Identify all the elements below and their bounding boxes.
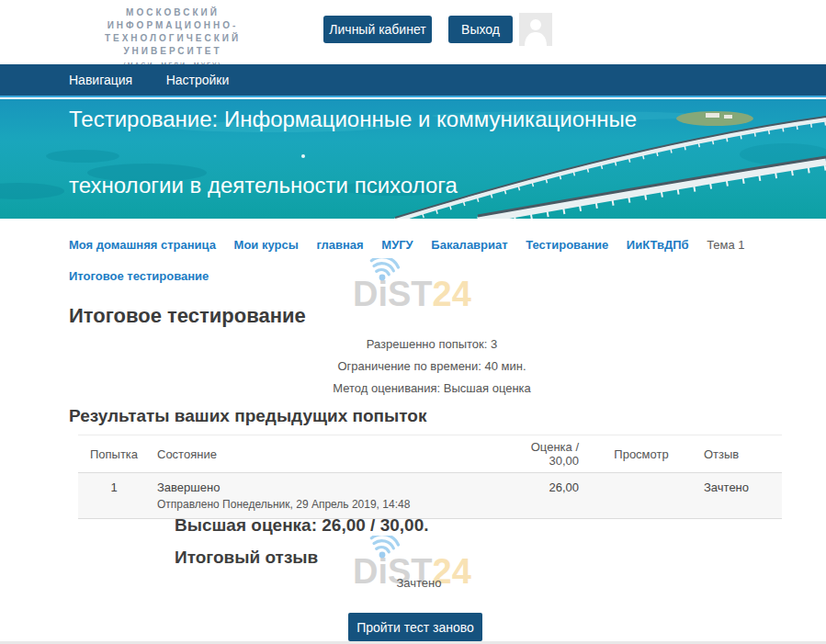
table-header-row: Попытка Состояние Оценка / 30,00 Просмот… [78,435,782,473]
quiz-info: Разрешенно попыток: 3 Ограничение по вре… [69,336,795,402]
breadcrumb-item-testing[interactable]: Тестирование [526,230,608,261]
attempt-review-cell [586,473,696,519]
results-heading: Результаты ваших предыдущих попыток [69,406,426,426]
nav-item-settings[interactable]: Настройки [166,64,230,96]
best-grade: Высшая оценка: 26,00 / 30,00. [175,515,429,536]
attempt-grade-cell: 26,00 [510,473,586,519]
attempt-state-cell: Завершено Отправлено Понедельник, 29 Апр… [150,473,510,519]
course-banner: Тестирование: Информационные и коммуника… [0,99,826,219]
quiz-grading-method: Метод оценивания: Высшая оценка [69,380,795,402]
col-header-grade: Оценка / 30,00 [510,435,586,473]
breadcrumb-item-mugu[interactable]: МУГУ [381,230,413,261]
logo-line: МОСКОВСКИЙ [57,6,289,19]
breadcrumb-item-my-courses[interactable]: Мои курсы [234,230,299,261]
quiz-page: МОСКОВСКИЙ ИНФОРМАЦИОННО-ТЕХНОЛОГИЧЕСКИЙ… [0,0,826,644]
user-icon [519,13,552,46]
quiz-title: Итоговое тестирование [69,304,306,328]
breadcrumb-item-final-test[interactable]: Итоговое тестирование [69,261,209,292]
table-row: 1 Завершено Отправлено Понедельник, 29 А… [78,473,782,519]
site-header: МОСКОВСКИЙ ИНФОРМАЦИОННО-ТЕХНОЛОГИЧЕСКИЙ… [0,0,826,64]
logo-line: УНИВЕРСИТЕТ [57,45,289,58]
attempt-number-cell: 1 [78,473,150,519]
quiz-attempts-allowed: Разрешенно попыток: 3 [69,336,795,358]
quiz-time-limit: Ограничение по времени: 40 мин. [69,358,795,380]
final-feedback-value: Зачтено [351,576,487,590]
course-title: Тестирование: Информационные и коммуника… [69,99,712,219]
col-header-review: Просмотр [586,435,696,473]
main-navbar: Навигация Настройки [0,64,826,97]
attempt-submitted-date: Отправлено Понедельник, 29 Апрель 2019, … [157,498,503,511]
logo-line: ИНФОРМАЦИОННО-ТЕХНОЛОГИЧЕСКИЙ [57,19,289,45]
breadcrumb-item-course[interactable]: ИиКТвДПб [627,230,689,261]
breadcrumb: Моя домашняя страница Мои курсы главная … [69,230,795,292]
attempt-feedback-cell: Зачтено [696,473,782,519]
breadcrumb-item-home[interactable]: Моя домашняя страница [69,230,216,261]
personal-cabinet-button[interactable]: Личный кабинет [323,16,432,43]
logout-button[interactable]: Выход [448,16,513,43]
attempts-table: Попытка Состояние Оценка / 30,00 Просмот… [78,435,782,519]
nav-item-navigation[interactable]: Навигация [69,64,132,96]
breadcrumb-item-bachelor[interactable]: Бакалавриат [431,230,507,261]
final-feedback-heading: Итоговый отзыв [175,548,318,568]
avatar[interactable] [519,13,552,46]
retake-quiz-button[interactable]: Пройти тест заново [348,613,482,641]
university-logo[interactable]: МОСКОВСКИЙ ИНФОРМАЦИОННО-ТЕХНОЛОГИЧЕСКИЙ… [57,6,289,71]
col-header-attempt: Попытка [78,435,150,473]
col-header-state: Состояние [150,435,510,473]
breadcrumb-item-main[interactable]: главная [316,230,363,261]
breadcrumb-item-topic: Тема 1 [707,230,744,261]
col-header-feedback: Отзыв [696,435,782,473]
attempt-state: Завершено [157,480,503,494]
